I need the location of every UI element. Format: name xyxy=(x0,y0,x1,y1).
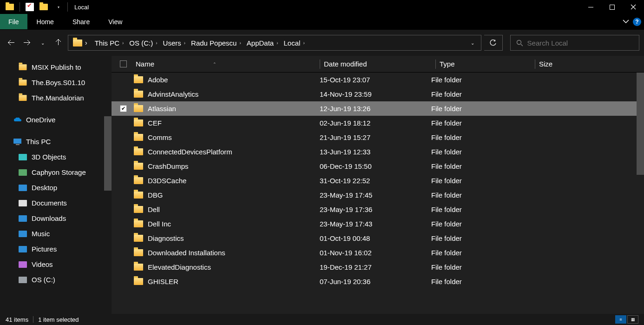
file-date: 07-Jun-19 20:36 xyxy=(320,278,431,285)
refresh-button[interactable] xyxy=(484,35,503,51)
folder-icon xyxy=(134,192,143,199)
up-button[interactable]: 🡡 xyxy=(52,36,65,49)
svg-rect-11 xyxy=(19,231,27,237)
new-folder-icon[interactable] xyxy=(38,1,50,13)
search-input[interactable] xyxy=(527,39,633,47)
maximize-button[interactable] xyxy=(601,0,623,14)
file-row[interactable]: Downloaded Installations01-Nov-19 16:02F… xyxy=(112,245,644,260)
file-row[interactable]: Dell Inc23-May-19 17:43File folder xyxy=(112,217,644,231)
column-name[interactable]: Name⌃ xyxy=(134,60,320,68)
tree-item[interactable]: MSIX Publish to xyxy=(0,60,112,75)
file-name: Comms xyxy=(148,133,172,141)
tree-item[interactable]: Pictures xyxy=(0,241,112,257)
column-size[interactable]: Size xyxy=(539,60,585,68)
forward-button[interactable]: 🡢 xyxy=(20,36,33,49)
file-row[interactable]: Adobe15-Oct-19 23:07File folder xyxy=(112,73,644,87)
file-name: ElevatedDiagnostics xyxy=(148,263,211,271)
tree-item[interactable]: OneDrive xyxy=(0,112,112,127)
recent-locations-button[interactable]: ⌄ xyxy=(36,36,49,49)
file-row[interactable]: AdvinstAnalytics14-Nov-19 23:59File fold… xyxy=(112,87,644,101)
file-row[interactable]: CEF02-Jun-19 18:12File folder xyxy=(112,116,644,130)
select-all-checkbox[interactable] xyxy=(120,60,127,67)
onedrive-icon xyxy=(13,116,21,124)
qat-customize[interactable]: ▾ xyxy=(52,1,64,13)
file-row[interactable]: Comms21-Jun-19 15:27File folder xyxy=(112,130,644,145)
svg-rect-13 xyxy=(19,261,27,268)
file-row[interactable]: Dell23-May-19 17:36File folder xyxy=(112,202,644,217)
breadcrumb-segment[interactable]: Local› xyxy=(280,35,307,50)
tree-scrollbar[interactable] xyxy=(104,116,112,191)
breadcrumb-segment[interactable]: Radu Popescu› xyxy=(187,35,243,50)
file-row[interactable]: Diagnostics01-Oct-19 00:48File folder xyxy=(112,231,644,245)
file-row[interactable]: GHISLER07-Jun-19 20:36File folder xyxy=(112,274,644,289)
tree-item[interactable]: Documents xyxy=(0,195,112,211)
file-list: Name⌃ Date modified Type Size Adobe15-Oc… xyxy=(112,56,644,314)
address-history-button[interactable]: ⌄ xyxy=(464,35,481,50)
tab-view[interactable]: View xyxy=(99,14,131,29)
close-button[interactable] xyxy=(623,0,644,14)
folder-icon xyxy=(134,264,143,271)
file-type: File folder xyxy=(431,105,526,113)
tree-item[interactable]: Videos xyxy=(0,257,112,272)
tree-item[interactable]: Music xyxy=(0,226,112,241)
file-name: DBG xyxy=(148,191,163,199)
column-date[interactable]: Date modified xyxy=(324,60,435,68)
file-row[interactable]: ConnectedDevicesPlatform13-Jun-19 12:33F… xyxy=(112,145,644,159)
help-icon[interactable]: ? xyxy=(633,18,641,26)
navigation-pane[interactable]: MSIX Publish toThe.Boys.S01.10The.Mandal… xyxy=(0,56,112,314)
location-icon[interactable]: › xyxy=(68,39,91,46)
tree-item[interactable]: Downloads xyxy=(0,211,112,226)
back-button[interactable]: 🡠 xyxy=(5,36,18,49)
file-row[interactable]: ElevatedDiagnostics19-Dec-19 21:27File f… xyxy=(112,260,644,274)
file-type: File folder xyxy=(431,177,526,185)
file-date: 23-May-19 17:36 xyxy=(320,206,431,213)
svg-rect-7 xyxy=(19,169,27,176)
breadcrumb-segment[interactable]: AppData› xyxy=(243,35,280,50)
tree-item[interactable]: 3D Objects xyxy=(0,149,112,165)
thumbnails-view-button[interactable]: ▦ xyxy=(627,315,638,324)
file-row[interactable]: DBG23-May-19 17:45File folder xyxy=(112,188,644,202)
tree-item[interactable]: This PC xyxy=(0,134,112,149)
column-type[interactable]: Type xyxy=(440,60,535,68)
file-date: 31-Oct-19 22:52 xyxy=(320,177,431,185)
collapse-ribbon-icon[interactable] xyxy=(623,20,629,24)
minimize-button[interactable] xyxy=(580,0,601,14)
svg-rect-12 xyxy=(19,246,27,252)
file-row[interactable]: CrashDumps06-Dec-19 15:50File folder xyxy=(112,159,644,173)
properties-icon[interactable] xyxy=(24,1,36,13)
status-bar: 41 items 1 item selected ≡ ▦ xyxy=(0,314,644,325)
file-row[interactable]: ✔Atlassian12-Jun-19 13:26File folder xyxy=(112,101,644,116)
tree-item[interactable]: OS (C:) xyxy=(0,272,112,287)
folder-icon xyxy=(134,134,143,141)
content-scrollbar[interactable] xyxy=(637,73,644,175)
ribbon: File Home Share View ? xyxy=(0,14,644,30)
breadcrumb-segment[interactable]: OS (C:)› xyxy=(125,35,159,50)
file-name: CrashDumps xyxy=(148,162,189,170)
tab-home[interactable]: Home xyxy=(27,14,63,29)
file-date: 19-Dec-19 21:27 xyxy=(320,263,431,271)
row-checkbox[interactable]: ✔ xyxy=(120,105,127,112)
file-tab[interactable]: File xyxy=(0,14,27,29)
svg-rect-1 xyxy=(610,5,614,9)
column-headers[interactable]: Name⌃ Date modified Type Size xyxy=(112,56,644,73)
breadcrumb-segment[interactable]: Users› xyxy=(159,35,188,50)
breadcrumb-segment[interactable]: This PC› xyxy=(91,35,126,50)
address-bar[interactable]: › This PC›OS (C:)›Users›Radu Popescu›App… xyxy=(68,35,481,51)
svg-rect-10 xyxy=(19,215,27,222)
file-row[interactable]: D3DSCache31-Oct-19 22:52File folder xyxy=(112,173,644,188)
folder-icon xyxy=(134,220,143,227)
tab-share[interactable]: Share xyxy=(63,14,99,29)
details-view-button[interactable]: ≡ xyxy=(615,315,626,324)
file-date: 14-Nov-19 23:59 xyxy=(320,90,431,98)
search-box[interactable] xyxy=(510,35,639,51)
file-date: 13-Jun-19 12:33 xyxy=(320,148,431,156)
tree-item[interactable]: Desktop xyxy=(0,180,112,195)
file-type: File folder xyxy=(431,119,526,127)
title-bar: ▾ Local xyxy=(0,0,644,14)
file-type: File folder xyxy=(431,278,526,285)
tree-item[interactable]: Caphyon Storage xyxy=(0,165,112,180)
tree-item[interactable]: The.Boys.S01.10 xyxy=(0,75,112,90)
status-item-count: 41 items xyxy=(6,316,28,323)
tree-item[interactable]: The.Mandalorian xyxy=(0,90,112,106)
folder-icon xyxy=(4,1,16,13)
